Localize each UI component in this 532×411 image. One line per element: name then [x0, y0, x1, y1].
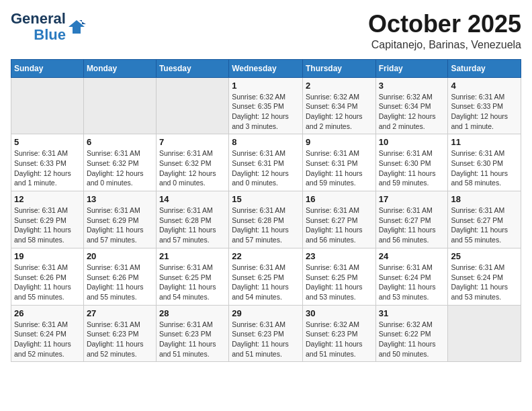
- calendar-cell: 14Sunrise: 6:31 AM Sunset: 6:28 PM Dayli…: [156, 191, 228, 248]
- day-info: Sunrise: 6:31 AM Sunset: 6:23 PM Dayligh…: [87, 320, 153, 359]
- calendar-cell: 9Sunrise: 6:31 AM Sunset: 6:31 PM Daylig…: [302, 134, 375, 191]
- day-number: 15: [232, 194, 300, 204]
- day-number: 19: [14, 251, 81, 261]
- calendar-header: SundayMondayTuesdayWednesdayThursdayFrid…: [11, 59, 521, 77]
- day-info: Sunrise: 6:31 AM Sunset: 6:24 PM Dayligh…: [14, 320, 81, 359]
- day-info: Sunrise: 6:31 AM Sunset: 6:32 PM Dayligh…: [87, 148, 153, 188]
- day-number: 13: [87, 194, 153, 204]
- calendar-week-row: 19Sunrise: 6:31 AM Sunset: 6:26 PM Dayli…: [11, 248, 521, 305]
- day-info: Sunrise: 6:31 AM Sunset: 6:26 PM Dayligh…: [87, 263, 153, 302]
- day-info: Sunrise: 6:32 AM Sunset: 6:34 PM Dayligh…: [379, 92, 445, 132]
- calendar-cell: 29Sunrise: 6:31 AM Sunset: 6:23 PM Dayli…: [229, 305, 303, 362]
- day-info: Sunrise: 6:31 AM Sunset: 6:28 PM Dayligh…: [159, 205, 226, 245]
- calendar-cell: 8Sunrise: 6:31 AM Sunset: 6:31 PM Daylig…: [229, 134, 303, 191]
- calendar-cell: 21Sunrise: 6:31 AM Sunset: 6:25 PM Dayli…: [156, 248, 228, 305]
- day-info: Sunrise: 6:32 AM Sunset: 6:34 PM Dayligh…: [306, 92, 373, 132]
- calendar-week-row: 1Sunrise: 6:32 AM Sunset: 6:35 PM Daylig…: [11, 77, 521, 134]
- day-info: Sunrise: 6:31 AM Sunset: 6:27 PM Dayligh…: [379, 205, 445, 245]
- calendar-cell: 12Sunrise: 6:31 AM Sunset: 6:29 PM Dayli…: [11, 191, 84, 248]
- day-number: 24: [379, 251, 445, 261]
- day-number: 21: [159, 251, 226, 261]
- day-number: 12: [14, 194, 81, 204]
- day-number: 3: [379, 81, 445, 91]
- page-header: General Blue October 2025 Capitanejo, Ba…: [11, 11, 521, 51]
- day-number: 14: [159, 194, 226, 204]
- day-number: 18: [451, 194, 518, 204]
- calendar-week-row: 12Sunrise: 6:31 AM Sunset: 6:29 PM Dayli…: [11, 191, 521, 248]
- logo-general: General: [11, 11, 66, 27]
- day-number: 20: [87, 251, 153, 261]
- logo: General Blue: [11, 11, 86, 43]
- day-info: Sunrise: 6:32 AM Sunset: 6:35 PM Dayligh…: [232, 92, 300, 132]
- calendar-cell: 15Sunrise: 6:31 AM Sunset: 6:28 PM Dayli…: [229, 191, 303, 248]
- weekday-header: Friday: [375, 59, 448, 77]
- day-info: Sunrise: 6:32 AM Sunset: 6:22 PM Dayligh…: [379, 320, 445, 359]
- logo-blue: Blue: [34, 27, 66, 43]
- weekday-header: Wednesday: [229, 59, 303, 77]
- calendar-cell: 24Sunrise: 6:31 AM Sunset: 6:24 PM Dayli…: [375, 248, 448, 305]
- calendar-cell: [11, 77, 84, 134]
- day-number: 28: [159, 308, 226, 318]
- calendar-cell: 19Sunrise: 6:31 AM Sunset: 6:26 PM Dayli…: [11, 248, 84, 305]
- day-info: Sunrise: 6:31 AM Sunset: 6:24 PM Dayligh…: [379, 263, 445, 302]
- calendar-cell: 11Sunrise: 6:31 AM Sunset: 6:30 PM Dayli…: [448, 134, 521, 191]
- calendar-cell: 20Sunrise: 6:31 AM Sunset: 6:26 PM Dayli…: [83, 248, 156, 305]
- day-number: 1: [232, 81, 300, 91]
- calendar-cell: 28Sunrise: 6:31 AM Sunset: 6:23 PM Dayli…: [156, 305, 228, 362]
- calendar-cell: 10Sunrise: 6:31 AM Sunset: 6:30 PM Dayli…: [375, 134, 448, 191]
- calendar-cell: [448, 305, 521, 362]
- weekday-header: Tuesday: [156, 59, 228, 77]
- calendar-week-row: 5Sunrise: 6:31 AM Sunset: 6:33 PM Daylig…: [11, 134, 521, 191]
- calendar-cell: [83, 77, 156, 134]
- calendar-cell: 7Sunrise: 6:31 AM Sunset: 6:32 PM Daylig…: [156, 134, 228, 191]
- day-info: Sunrise: 6:31 AM Sunset: 6:25 PM Dayligh…: [232, 263, 300, 302]
- calendar-cell: 4Sunrise: 6:31 AM Sunset: 6:33 PM Daylig…: [448, 77, 521, 134]
- day-number: 6: [87, 137, 153, 147]
- calendar-table: SundayMondayTuesdayWednesdayThursdayFrid…: [11, 59, 521, 363]
- day-info: Sunrise: 6:31 AM Sunset: 6:28 PM Dayligh…: [232, 205, 300, 245]
- weekday-header: Thursday: [302, 59, 375, 77]
- day-info: Sunrise: 6:31 AM Sunset: 6:23 PM Dayligh…: [159, 320, 226, 359]
- day-number: 22: [232, 251, 300, 261]
- calendar-cell: 13Sunrise: 6:31 AM Sunset: 6:29 PM Dayli…: [83, 191, 156, 248]
- day-number: 4: [451, 81, 518, 91]
- day-number: 29: [232, 308, 300, 318]
- calendar-cell: 23Sunrise: 6:31 AM Sunset: 6:25 PM Dayli…: [302, 248, 375, 305]
- location: Capitanejo, Barinas, Venezuela: [368, 39, 521, 51]
- calendar-cell: 1Sunrise: 6:32 AM Sunset: 6:35 PM Daylig…: [229, 77, 303, 134]
- day-number: 17: [379, 194, 445, 204]
- calendar-cell: 25Sunrise: 6:31 AM Sunset: 6:24 PM Dayli…: [448, 248, 521, 305]
- day-number: 7: [159, 137, 226, 147]
- calendar-cell: 26Sunrise: 6:31 AM Sunset: 6:24 PM Dayli…: [11, 305, 84, 362]
- day-number: 30: [306, 308, 373, 318]
- day-info: Sunrise: 6:31 AM Sunset: 6:31 PM Dayligh…: [232, 148, 300, 188]
- day-number: 2: [306, 81, 373, 91]
- calendar-week-row: 26Sunrise: 6:31 AM Sunset: 6:24 PM Dayli…: [11, 305, 521, 362]
- day-number: 27: [87, 308, 153, 318]
- day-info: Sunrise: 6:31 AM Sunset: 6:30 PM Dayligh…: [379, 148, 445, 188]
- day-number: 26: [14, 308, 81, 318]
- calendar-body: 1Sunrise: 6:32 AM Sunset: 6:35 PM Daylig…: [11, 77, 521, 362]
- day-info: Sunrise: 6:31 AM Sunset: 6:33 PM Dayligh…: [14, 148, 81, 188]
- calendar-cell: 17Sunrise: 6:31 AM Sunset: 6:27 PM Dayli…: [375, 191, 448, 248]
- day-info: Sunrise: 6:31 AM Sunset: 6:32 PM Dayligh…: [159, 148, 226, 188]
- day-number: 31: [379, 308, 445, 318]
- calendar-cell: 22Sunrise: 6:31 AM Sunset: 6:25 PM Dayli…: [229, 248, 303, 305]
- calendar-cell: 5Sunrise: 6:31 AM Sunset: 6:33 PM Daylig…: [11, 134, 84, 191]
- day-info: Sunrise: 6:31 AM Sunset: 6:23 PM Dayligh…: [232, 320, 300, 359]
- day-number: 23: [306, 251, 373, 261]
- calendar-cell: 18Sunrise: 6:31 AM Sunset: 6:27 PM Dayli…: [448, 191, 521, 248]
- calendar-cell: 30Sunrise: 6:32 AM Sunset: 6:23 PM Dayli…: [302, 305, 375, 362]
- day-number: 25: [451, 251, 518, 261]
- day-info: Sunrise: 6:32 AM Sunset: 6:23 PM Dayligh…: [306, 320, 373, 359]
- weekday-header: Monday: [83, 59, 156, 77]
- logo-icon: [67, 17, 86, 36]
- header-row: SundayMondayTuesdayWednesdayThursdayFrid…: [11, 59, 521, 77]
- month-title: October 2025: [368, 11, 521, 38]
- day-number: 16: [306, 194, 373, 204]
- calendar-cell: 2Sunrise: 6:32 AM Sunset: 6:34 PM Daylig…: [302, 77, 375, 134]
- day-info: Sunrise: 6:31 AM Sunset: 6:27 PM Dayligh…: [306, 205, 373, 245]
- day-number: 8: [232, 137, 300, 147]
- day-info: Sunrise: 6:31 AM Sunset: 6:26 PM Dayligh…: [14, 263, 81, 302]
- day-info: Sunrise: 6:31 AM Sunset: 6:29 PM Dayligh…: [14, 205, 81, 245]
